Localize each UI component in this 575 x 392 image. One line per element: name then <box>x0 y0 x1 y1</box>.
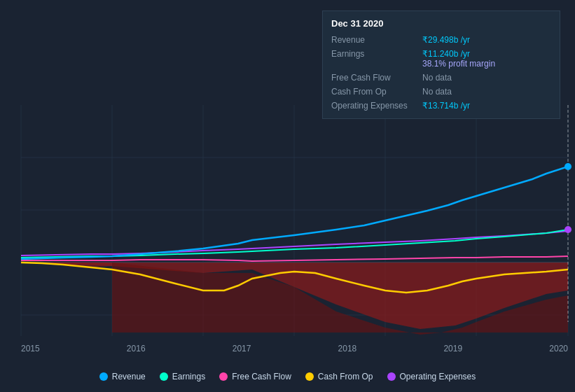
cashfromop-value: No data <box>422 87 452 97</box>
revenue-label: Revenue <box>331 35 422 45</box>
info-row-cashfromop: Cash From Op No data <box>323 85 560 99</box>
legend: Revenue Earnings Free Cash Flow Cash Fro… <box>0 372 575 382</box>
cashfromop-legend-label: Cash From Op <box>318 372 373 382</box>
info-row-earnings: Earnings ₹11.240b /yr 38.1% profit margi… <box>323 47 560 71</box>
info-row-fcf: Free Cash Flow No data <box>323 71 560 85</box>
opex-label: Operating Expenses <box>331 101 422 111</box>
earnings-legend-label: Earnings <box>172 372 205 382</box>
fcf-value: No data <box>422 73 452 83</box>
svg-point-14 <box>564 163 571 170</box>
revenue-legend-item[interactable]: Revenue <box>99 372 146 382</box>
revenue-legend-label: Revenue <box>112 372 146 382</box>
profit-margin: 38.1% profit margin <box>422 59 495 69</box>
earnings-label: Earnings <box>331 49 422 59</box>
opex-dot <box>387 372 396 381</box>
x-label-2020: 2020 <box>549 344 568 354</box>
x-label-2016: 2016 <box>127 344 146 354</box>
opex-value: ₹13.714b /yr <box>422 101 470 111</box>
info-row-opex: Operating Expenses ₹13.714b /yr <box>323 99 560 113</box>
cashfromop-dot <box>305 372 314 381</box>
fcf-legend-label: Free Cash Flow <box>232 372 291 382</box>
x-label-2015: 2015 <box>21 344 40 354</box>
x-label-2019: 2019 <box>443 344 462 354</box>
fcf-label: Free Cash Flow <box>331 73 422 83</box>
x-label-2018: 2018 <box>338 344 357 354</box>
info-box-title: Dec 31 2020 <box>323 17 560 33</box>
cashfromop-label: Cash From Op <box>331 87 422 97</box>
info-box: Dec 31 2020 Revenue ₹29.498b /yr Earning… <box>322 10 560 119</box>
x-axis: 2015 2016 2017 2018 2019 2020 <box>21 344 568 354</box>
revenue-dot <box>99 372 108 381</box>
opex-legend-item[interactable]: Operating Expenses <box>387 372 476 382</box>
chart-container: Dec 31 2020 Revenue ₹29.498b /yr Earning… <box>0 0 575 392</box>
opex-legend-label: Operating Expenses <box>400 372 476 382</box>
earnings-value: ₹11.240b /yr 38.1% profit margin <box>422 49 495 69</box>
chart-svg <box>0 105 575 336</box>
x-label-2017: 2017 <box>233 344 251 354</box>
fcf-dot <box>219 372 228 381</box>
cashfromop-legend-item[interactable]: Cash From Op <box>305 372 373 382</box>
info-row-revenue: Revenue ₹29.498b /yr <box>323 33 560 47</box>
earnings-dot <box>160 372 168 381</box>
revenue-value: ₹29.498b /yr <box>422 35 470 45</box>
fcf-legend-item[interactable]: Free Cash Flow <box>219 372 291 382</box>
earnings-legend-item[interactable]: Earnings <box>160 372 205 382</box>
svg-point-15 <box>564 226 571 233</box>
